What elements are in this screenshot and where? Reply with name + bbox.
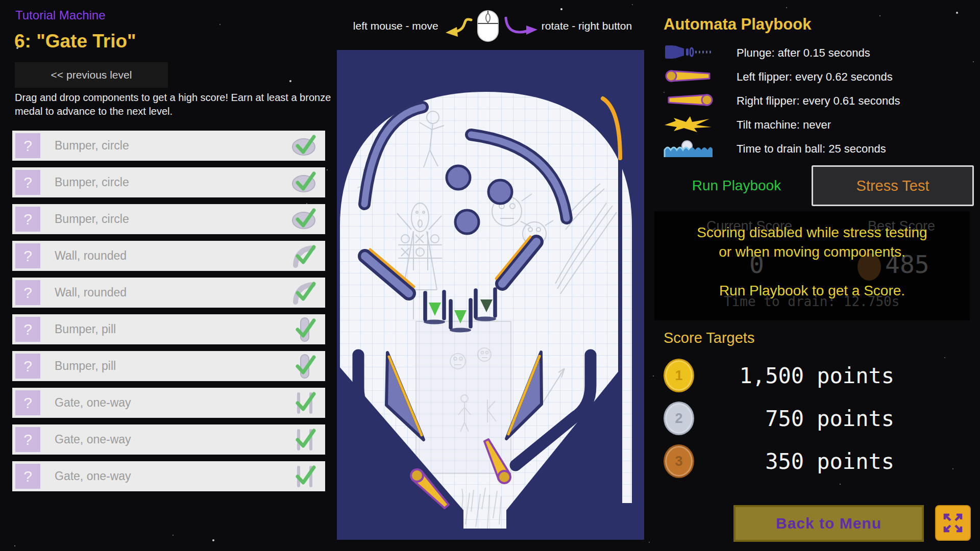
bumper-circle-1[interactable] xyxy=(447,166,470,189)
check-icon xyxy=(293,353,318,378)
unknown-placeholder-icon: ? xyxy=(15,280,40,305)
component-row-gate-one-way[interactable]: ? Gate, one-way xyxy=(12,461,325,491)
playbook-row-tilt: Tilt machine: never xyxy=(664,113,973,137)
bumper-circle-2[interactable] xyxy=(488,180,512,204)
playbook-row-drain: Time to drain ball: 25 seconds xyxy=(664,137,973,161)
gate-one-way-thumb xyxy=(290,389,319,417)
component-label: Gate, one-way xyxy=(55,396,290,410)
machine-label: Tutorial Machine xyxy=(15,8,106,22)
pinball-table xyxy=(337,50,644,540)
fullscreen-expand-icon xyxy=(941,511,965,535)
unknown-placeholder-icon: ? xyxy=(15,354,40,379)
back-to-menu-button[interactable]: Back to Menu xyxy=(733,505,924,542)
playbook-row-plunge: Plunge: after 0.15 seconds xyxy=(664,41,973,65)
component-list: ? Bumper, circle ? Bumper, circle ? Bump… xyxy=(12,131,325,491)
tilt-icon xyxy=(664,114,717,136)
unknown-placeholder-icon: ? xyxy=(15,464,40,489)
bumper-circle-3[interactable] xyxy=(455,210,479,234)
component-label: Wall, rounded xyxy=(55,286,290,299)
previous-level-button[interactable]: << previous level xyxy=(15,62,168,88)
stress-test-button[interactable]: Stress Test xyxy=(812,165,974,206)
unknown-placeholder-icon: ? xyxy=(15,133,40,158)
drain-icon xyxy=(664,138,717,160)
playbook-row-left-flipper: Left flipper: every 0.62 seconds xyxy=(664,65,973,89)
scoring-disabled-message-line1: Scoring disabled while stress testing xyxy=(654,224,970,241)
run-playbook-button[interactable]: Run Playbook xyxy=(673,168,800,203)
score-panel: Current Score Best Score 0 485 Time to d… xyxy=(654,211,970,320)
unknown-placeholder-icon: ? xyxy=(15,317,40,342)
score-targets-title: Score Targets xyxy=(664,330,754,346)
playbook-rows: Plunge: after 0.15 seconds Left flipper:… xyxy=(664,41,973,161)
playbook-title: Automata Playbook xyxy=(664,15,811,34)
bumper-pill-thumb xyxy=(290,315,319,344)
component-label: Gate, one-way xyxy=(55,469,290,483)
bumper-circle-thumb xyxy=(290,205,319,234)
silver-medal-icon: 2 xyxy=(664,402,694,435)
level-title: 6: "Gate Trio" xyxy=(14,31,136,52)
component-row-bumper-circle[interactable]: ? Bumper, circle xyxy=(12,204,325,234)
score-target-silver: 2 750 points xyxy=(664,402,894,435)
yellow-move-arrow-icon xyxy=(440,17,474,42)
score-target-gold: 1 1,500 points xyxy=(664,359,894,392)
component-row-gate-one-way[interactable]: ? Gate, one-way xyxy=(12,424,325,455)
check-icon xyxy=(293,280,318,304)
component-row-wall-rounded[interactable]: ? Wall, rounded xyxy=(12,241,325,271)
plunger-icon xyxy=(664,42,717,64)
playbook-row-text: Time to drain ball: 25 seconds xyxy=(737,142,886,156)
bumper-circle-thumb xyxy=(290,168,319,197)
gate-one-way-thumb xyxy=(290,425,319,454)
pinball-table-canvas xyxy=(337,50,644,540)
component-row-wall-rounded[interactable]: ? Wall, rounded xyxy=(12,278,325,308)
mouse-icon xyxy=(476,9,500,43)
bumper-circle-thumb xyxy=(290,132,319,160)
unknown-placeholder-icon: ? xyxy=(15,390,40,415)
right-flipper-icon xyxy=(664,90,717,112)
playbook-row-text: Plunge: after 0.15 seconds xyxy=(737,46,870,60)
instructions-text: Drag and drop components to get a high s… xyxy=(15,91,337,118)
component-label: Bumper, circle xyxy=(55,139,290,153)
check-icon xyxy=(293,133,318,157)
mouse-left-help-label: left mouse - move xyxy=(353,20,438,32)
target-points: 750 points xyxy=(694,406,894,431)
check-icon xyxy=(293,169,318,194)
unknown-placeholder-icon: ? xyxy=(15,243,40,268)
starfield xyxy=(0,0,1,1)
gold-medal-icon: 1 xyxy=(664,359,694,392)
mouse-right-help-label: rotate - right button xyxy=(542,20,632,32)
check-icon xyxy=(293,243,318,267)
unknown-placeholder-icon: ? xyxy=(15,207,40,232)
component-row-bumper-pill[interactable]: ? Bumper, pill xyxy=(12,314,325,344)
component-row-bumper-circle[interactable]: ? Bumper, circle xyxy=(12,167,325,197)
unknown-placeholder-icon: ? xyxy=(15,170,40,195)
playbook-row-right-flipper: Right flipper: every 0.61 seconds xyxy=(664,89,973,113)
playbook-row-text: Right flipper: every 0.61 seconds xyxy=(737,94,900,108)
wall-rounded-thumb xyxy=(290,279,319,307)
gate-one-way-thumb xyxy=(290,462,319,491)
mouse-help-bar: left mouse - move rotate - right button xyxy=(334,9,651,43)
playbook-row-text: Tilt machine: never xyxy=(737,118,831,132)
check-icon xyxy=(293,206,318,231)
check-icon xyxy=(293,390,318,414)
check-icon xyxy=(293,316,318,341)
component-row-gate-one-way[interactable]: ? Gate, one-way xyxy=(12,388,325,418)
pinball-builder-app: Tutorial Machine 6: "Gate Trio" << previ… xyxy=(0,0,980,551)
left-flipper-icon xyxy=(664,66,717,88)
playbook-row-text: Left flipper: every 0.62 seconds xyxy=(737,70,893,84)
fullscreen-button[interactable] xyxy=(935,505,971,541)
purple-rotate-arrow-icon xyxy=(502,17,540,42)
run-playbook-hint: Run Playbook to get a Score. xyxy=(654,283,970,299)
component-label: Bumper, pill xyxy=(55,359,290,373)
component-label: Bumper, pill xyxy=(55,322,290,336)
bumper-pill-thumb xyxy=(290,352,319,381)
component-label: Bumper, circle xyxy=(55,176,290,189)
score-target-list: 1 1,500 points 2 750 points 3 350 points xyxy=(664,359,894,488)
bronze-medal-icon: 3 xyxy=(664,444,694,478)
check-icon xyxy=(293,463,318,488)
score-target-bronze: 3 350 points xyxy=(664,445,894,478)
component-row-bumper-circle[interactable]: ? Bumper, circle xyxy=(12,131,325,161)
target-points: 350 points xyxy=(694,449,894,474)
component-row-bumper-pill[interactable]: ? Bumper, pill xyxy=(12,351,325,381)
check-icon xyxy=(293,427,318,451)
unknown-placeholder-icon: ? xyxy=(15,427,40,452)
scoring-disabled-message-line2: or when moving components. xyxy=(654,244,970,260)
